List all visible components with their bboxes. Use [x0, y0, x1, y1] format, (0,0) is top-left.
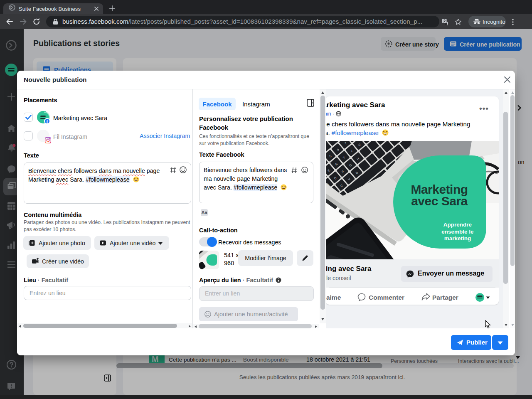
svg-text:Apprendre: Apprendre — [443, 222, 472, 228]
svg-text:marketing: marketing — [444, 235, 471, 241]
svg-text:avec Sara: avec Sara — [411, 194, 468, 208]
svg-text:ensemble le: ensemble le — [441, 229, 474, 235]
